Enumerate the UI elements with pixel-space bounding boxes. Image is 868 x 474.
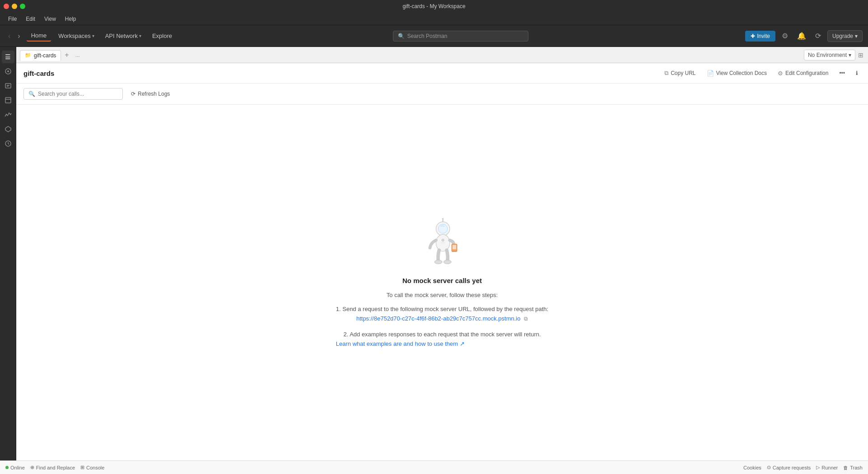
copy-url-button[interactable]: ⧉ Copy URL <box>662 68 698 79</box>
trash-icon: 🗑 <box>843 465 848 470</box>
window-controls[interactable] <box>4 4 25 9</box>
sidebar-item-mock-servers[interactable] <box>2 94 14 107</box>
toolbar: 🔍 ⟳ Refresh Logs <box>16 84 868 105</box>
capture-label: Capture requests <box>773 465 811 470</box>
grid-view-button[interactable]: ⊞ <box>857 51 864 60</box>
nav-right: ✚ Invite ⚙ 🔔 ⟳ Upgrade ▾ <box>745 30 863 42</box>
copy-icon: ⧉ <box>664 70 668 77</box>
search-bar[interactable]: 🔍 Search Postman <box>179 31 742 42</box>
nav-arrows: ‹ › <box>5 30 23 42</box>
config-icon: ⚙ <box>778 70 783 77</box>
svg-marker-7 <box>5 126 11 132</box>
close-button[interactable] <box>4 4 9 9</box>
sidebar-item-collections[interactable]: ☰ <box>2 51 14 63</box>
forward-button[interactable]: › <box>15 30 23 42</box>
view-docs-button[interactable]: 📄 View Collection Docs <box>704 68 770 79</box>
search-placeholder: Search Postman <box>407 33 448 39</box>
sidebar-item-history[interactable] <box>2 137 14 150</box>
find-replace-button[interactable]: ⊕ Find and Replace <box>30 465 75 470</box>
env-chevron-icon: ▾ <box>849 52 851 58</box>
learn-examples-link[interactable]: Learn what examples are and how to use t… <box>336 340 465 347</box>
sidebar-item-environments[interactable] <box>2 79 14 92</box>
svg-point-18 <box>442 239 444 242</box>
runner-button[interactable]: ▷ Runner <box>816 465 838 470</box>
workspaces-chevron-icon: ▾ <box>92 33 94 38</box>
empty-title: No mock server calls yet <box>402 277 482 284</box>
minimize-button[interactable] <box>12 4 17 9</box>
sidebar-item-apis[interactable] <box>2 65 14 78</box>
trash-label: Trash <box>850 465 863 470</box>
maximize-button[interactable] <box>20 4 25 9</box>
more-tabs-button[interactable]: ... <box>73 51 83 59</box>
refresh-icon: ⟳ <box>131 91 135 97</box>
menu-edit[interactable]: Edit <box>22 14 39 23</box>
menu-file[interactable]: File <box>5 14 20 23</box>
edit-config-label: Edit Configuration <box>785 70 828 76</box>
tab-folder-icon: 📁 <box>25 52 31 58</box>
tab-panel: 📁 gift-cards + ... No Environment ▾ ⊞ gi… <box>16 47 868 460</box>
status-online[interactable]: Online <box>5 465 25 470</box>
api-network-label: API Network <box>105 33 138 39</box>
svg-rect-13 <box>453 245 456 249</box>
home-nav-item[interactable]: Home <box>27 30 51 42</box>
cookies-button[interactable]: Cookies <box>743 465 761 470</box>
mock-url-line: https://8e752d70-c27c-4f6f-86b2-ab29c7c7… <box>336 315 548 322</box>
info-button[interactable]: ℹ <box>853 68 861 78</box>
invite-button[interactable]: ✚ Invite <box>745 31 775 42</box>
notifications-button[interactable]: 🔔 <box>794 30 809 42</box>
api-network-chevron-icon: ▾ <box>139 33 141 38</box>
settings-button[interactable]: ⚙ <box>779 30 791 42</box>
find-replace-icon: ⊕ <box>30 465 34 470</box>
active-tab[interactable]: 📁 gift-cards <box>20 50 61 61</box>
svg-point-14 <box>434 260 442 264</box>
sidebar-icons: ☰ <box>0 47 16 460</box>
header-actions: ⧉ Copy URL 📄 View Collection Docs ⚙ Edit… <box>662 68 861 79</box>
env-label: No Environment <box>808 52 847 58</box>
refresh-logs-button[interactable]: ⟳ Refresh Logs <box>127 88 173 99</box>
tabs-bar: 📁 gift-cards + ... No Environment ▾ ⊞ <box>16 47 868 63</box>
svg-rect-5 <box>5 98 11 103</box>
back-button[interactable]: ‹ <box>5 30 13 42</box>
upgrade-chevron-icon: ▾ <box>855 33 858 39</box>
refresh-label: Refresh Logs <box>138 91 170 97</box>
upgrade-label: Upgrade <box>832 33 853 39</box>
add-tab-button[interactable]: + <box>62 50 71 60</box>
search-calls-field[interactable] <box>38 91 118 97</box>
docs-icon: 📄 <box>707 70 714 77</box>
astronaut-illustration <box>417 218 467 268</box>
view-docs-label: View Collection Docs <box>716 70 767 76</box>
edit-config-button[interactable]: ⚙ Edit Configuration <box>775 68 831 79</box>
api-network-nav-item[interactable]: API Network ▾ <box>102 31 145 41</box>
invite-icon: ✚ <box>751 33 755 39</box>
content-area: gift-cards ⧉ Copy URL 📄 View Collection … <box>16 63 868 460</box>
menu-view[interactable]: View <box>41 14 60 23</box>
step2-text: 2. Add examples responses to each reques… <box>336 331 548 338</box>
menu-help[interactable]: Help <box>61 14 80 23</box>
trash-button[interactable]: 🗑 Trash <box>843 465 863 470</box>
mock-url-link[interactable]: https://8e752d70-c27c-4f6f-86b2-ab29c7c7… <box>356 315 521 322</box>
sidebar-item-flows[interactable] <box>2 123 14 135</box>
copy-url-inline-button[interactable]: ⧉ <box>524 316 528 322</box>
workspaces-nav-item[interactable]: Workspaces ▾ <box>55 31 98 41</box>
explore-nav-item[interactable]: Explore <box>149 31 176 41</box>
capture-button[interactable]: ⊙ Capture requests <box>767 465 811 470</box>
search-calls-input[interactable]: 🔍 <box>23 88 123 100</box>
search-calls-icon: 🔍 <box>28 91 35 97</box>
search-input-wrap[interactable]: 🔍 Search Postman <box>393 31 528 42</box>
find-replace-label: Find and Replace <box>36 465 75 470</box>
console-icon: ⊞ <box>80 465 84 470</box>
sync-button[interactable]: ⟳ <box>812 30 824 42</box>
statusbar-right: Cookies ⊙ Capture requests ▷ Runner 🗑 Tr… <box>743 465 863 470</box>
more-options-button[interactable]: ••• <box>836 68 848 78</box>
env-dropdown[interactable]: No Environment ▾ <box>804 50 855 60</box>
console-button[interactable]: ⊞ Console <box>80 465 104 470</box>
workspaces-label: Workspaces <box>58 33 90 39</box>
tab-label: gift-cards <box>34 52 56 59</box>
runner-label: Runner <box>821 465 838 470</box>
statusbar: Online ⊕ Find and Replace ⊞ Console Cook… <box>0 460 868 474</box>
sidebar-item-monitors[interactable] <box>2 108 14 121</box>
upgrade-button[interactable]: Upgrade ▾ <box>827 30 863 42</box>
instructions-subtitle: To call the mock server, follow these st… <box>336 292 548 298</box>
window-title: gift-cards - My Workspace <box>402 3 465 9</box>
main-layout: ☰ <box>0 47 868 460</box>
